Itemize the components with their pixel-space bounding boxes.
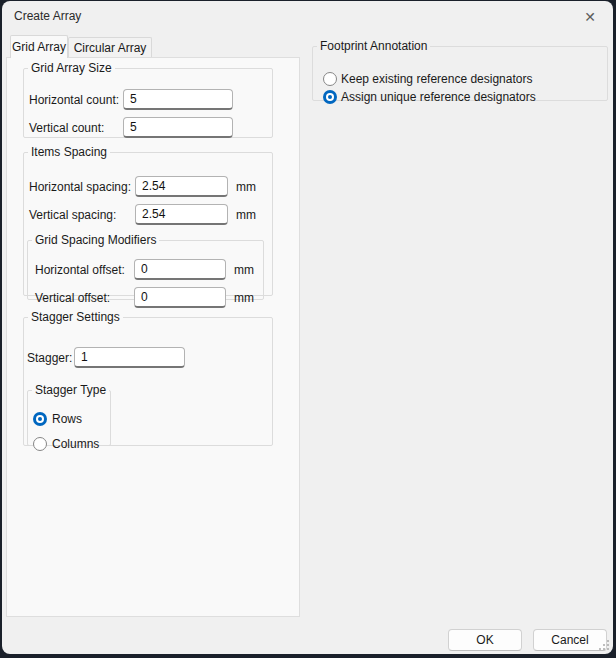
close-icon: ✕ — [584, 9, 596, 25]
desktop-background: { "window": { "title": "Create Array", "… — [0, 0, 616, 658]
group-stagger-type-legend: Stagger Type — [32, 383, 109, 397]
horizontal-count-label: Horizontal count: — [29, 90, 119, 110]
horizontal-spacing-unit: mm — [236, 177, 256, 197]
vertical-count-label: Vertical count: — [29, 118, 104, 138]
stagger-type-rows-radio[interactable] — [33, 412, 47, 426]
stagger-type-rows-label[interactable]: Rows — [52, 412, 82, 427]
ok-button[interactable]: OK — [448, 629, 522, 651]
vertical-offset-label: Vertical offset: — [35, 288, 110, 308]
group-items-spacing-legend: Items Spacing — [28, 145, 110, 159]
stagger-label: Stagger: — [27, 348, 72, 368]
tab-circular-array[interactable]: Circular Array — [68, 37, 152, 57]
stagger-type-columns-label[interactable]: Columns — [52, 437, 99, 452]
tab-circular-array-label: Circular Array — [74, 41, 147, 55]
horizontal-spacing-input[interactable] — [135, 176, 228, 197]
horizontal-offset-unit: mm — [234, 260, 254, 280]
group-stagger-settings: Stagger Settings Stagger: Stagger Type R… — [23, 310, 273, 446]
group-footprint-annotation-legend: Footprint Annotation — [317, 39, 430, 53]
cancel-button-label: Cancel — [551, 633, 588, 647]
horizontal-offset-input[interactable] — [134, 259, 226, 280]
vertical-count-input[interactable] — [123, 117, 233, 138]
close-button[interactable]: ✕ — [575, 4, 605, 30]
assign-unique-designators-label[interactable]: Assign unique reference designators — [341, 90, 536, 105]
vertical-spacing-input[interactable] — [135, 204, 228, 225]
title-bar[interactable]: Create Array ✕ — [2, 1, 613, 33]
stagger-input[interactable] — [74, 347, 185, 368]
tab-grid-array-label: Grid Array — [12, 40, 66, 54]
group-grid-spacing-modifiers: Grid Spacing Modifiers Horizontal offset… — [27, 233, 264, 300]
horizontal-spacing-label: Horizontal spacing: — [29, 177, 131, 197]
resize-grip-icon[interactable] — [597, 638, 610, 651]
keep-existing-designators-label[interactable]: Keep existing reference designators — [341, 72, 532, 87]
grid-array-tab-panel: Grid Array Size Horizontal count: Vertic… — [6, 57, 300, 617]
vertical-spacing-label: Vertical spacing: — [29, 205, 116, 225]
group-stagger-settings-legend: Stagger Settings — [28, 310, 123, 324]
vertical-offset-input[interactable] — [134, 287, 226, 308]
horizontal-count-input[interactable] — [123, 89, 233, 110]
group-stagger-type: Stagger Type Rows Columns — [27, 383, 111, 446]
window-title: Create Array — [14, 9, 81, 23]
group-grid-array-size-legend: Grid Array Size — [28, 61, 115, 75]
group-footprint-annotation: Footprint Annotation Keep existing refer… — [312, 39, 608, 101]
group-items-spacing: Items Spacing Horizontal spacing: mm Ver… — [23, 145, 273, 296]
keep-existing-designators-radio[interactable] — [323, 72, 337, 86]
stagger-type-columns-radio[interactable] — [33, 437, 47, 451]
ok-button-label: OK — [476, 633, 493, 647]
create-array-dialog: Create Array ✕ Grid Array Circular Array… — [2, 1, 613, 654]
group-grid-array-size: Grid Array Size Horizontal count: Vertic… — [23, 61, 273, 138]
tab-grid-array[interactable]: Grid Array — [10, 35, 68, 58]
group-grid-spacing-modifiers-legend: Grid Spacing Modifiers — [32, 233, 159, 247]
vertical-offset-unit: mm — [234, 288, 254, 308]
cancel-button[interactable]: Cancel — [533, 629, 607, 651]
horizontal-offset-label: Horizontal offset: — [35, 260, 125, 280]
assign-unique-designators-radio[interactable] — [323, 90, 337, 104]
vertical-spacing-unit: mm — [236, 205, 256, 225]
